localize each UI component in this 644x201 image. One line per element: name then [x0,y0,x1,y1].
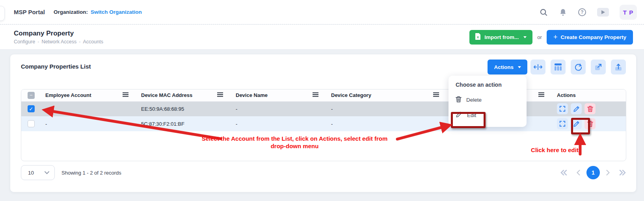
msp-portal-page: MSP Portal Organization: Switch Organiza… [0,0,644,201]
menu-item-delete[interactable]: Delete [456,95,519,105]
pager: 1 [560,166,626,179]
breadcrumb: Configure-Network Access-Accounts [14,39,103,45]
top-bar: MSP Portal Organization: Switch Organiza… [0,0,644,24]
prev-page-icon[interactable] [577,170,580,175]
sidebar-toggle[interactable] [0,6,5,21]
showing-records-text: Showing 1 - 2 of 2 records [61,170,121,176]
edit-pencil-icon[interactable] [571,103,582,114]
video-tutorial-icon[interactable] [597,8,609,17]
expand-icon[interactable] [557,103,568,114]
table-row[interactable]: ✓ - EE:50:9A:68:68:95 - - [21,101,626,116]
breadcrumb-item[interactable]: Accounts [83,39,103,45]
column-menu-icon[interactable] [433,92,439,98]
card-title: Company Properties List [21,63,91,70]
actions-dropdown-button[interactable]: Actions [488,60,527,74]
export-icon[interactable] [611,60,626,74]
import-from-button[interactable]: x Import from... [469,30,532,45]
table-row[interactable]: - 5C:87:30:F2:01:BF - - [21,116,626,131]
plus-icon: + [553,34,558,41]
chevron-down-icon [523,36,527,38]
cell-device-category: - [325,116,445,131]
column-menu-icon[interactable] [313,92,318,98]
next-page-icon[interactable] [606,170,610,175]
table-header-row: − Employee Account Device MAC Address De… [21,89,626,101]
pagination-bar: 10 Showing 1 - 2 of 2 records 1 [21,165,626,180]
or-label: or [537,34,542,40]
dropdown-title: Choose an action [456,82,519,88]
notifications-bell-icon[interactable] [558,8,567,17]
last-page-icon[interactable] [619,170,626,175]
column-header-device-category: Device Category [331,92,371,98]
create-company-property-button[interactable]: + Create Company Property [547,30,633,45]
svg-text:x: x [477,35,479,39]
help-icon[interactable]: ? [578,8,586,17]
page-header: Company Property Configure-Network Acces… [0,25,644,50]
page-title: Company Property [14,30,103,37]
cell-device-mac: 5C:87:30:F2:01:BF [135,116,229,131]
row-checkbox[interactable]: ✓ [28,105,35,112]
expand-icon[interactable] [557,118,568,129]
delete-trash-icon[interactable] [584,118,596,129]
cell-device-name: - [229,116,325,131]
search-icon[interactable] [539,8,548,17]
actions-dropdown-menu: Choose an action Delete Edit [449,76,527,127]
breadcrumb-item[interactable]: Network Access [41,39,76,45]
top-icon-group: ? T P [539,0,637,24]
column-header-device-name: Device Name [236,92,268,98]
cell-device-name: - [229,101,325,116]
check-icon: ✓ [29,106,34,112]
company-properties-card: Company Properties List Actions [10,54,637,192]
column-header-employee-account: Employee Account [45,92,91,98]
fullscreen-icon[interactable] [591,60,606,74]
brand-title: MSP Portal [14,9,45,15]
company-properties-table: − Employee Account Device MAC Address De… [21,89,626,161]
column-header-actions: Actions [557,92,576,98]
column-menu-icon[interactable] [538,92,544,98]
minus-icon: − [30,92,33,98]
edit-pencil-icon[interactable] [571,118,582,129]
menu-item-edit[interactable]: Edit [456,110,519,120]
chevron-down-icon [45,171,49,174]
card-toolbar: Actions [488,60,626,74]
page-size-select[interactable]: 10 [21,165,55,180]
first-page-icon[interactable] [560,170,567,175]
cell-employee-account: - [39,116,135,131]
trash-icon [456,96,462,104]
column-menu-icon[interactable] [217,92,223,98]
column-header-device-mac: Device MAC Address [141,92,192,98]
breadcrumb-item[interactable]: Configure [14,39,35,45]
fit-columns-icon[interactable] [530,60,545,74]
pencil-icon [456,111,462,119]
breadcrumb-separator: - [79,39,80,45]
chevron-down-icon [518,66,521,68]
cell-employee-account: - [39,101,135,116]
columns-icon[interactable] [551,60,566,74]
excel-file-icon: x [475,33,481,41]
page-number-button[interactable]: 1 [586,166,600,179]
refresh-icon[interactable] [571,60,586,74]
organization-label: Organization: [54,9,88,15]
delete-trash-icon[interactable] [584,103,596,114]
switch-organization-link[interactable]: Switch Organization [91,9,142,15]
user-avatar[interactable]: T P [620,5,637,20]
breadcrumb-separator: - [37,39,39,45]
cell-device-category: - [325,101,445,116]
select-all-checkbox[interactable]: − [28,92,35,99]
cell-device-mac: EE:50:9A:68:68:95 [135,101,229,116]
column-menu-icon[interactable] [123,92,128,98]
row-checkbox[interactable] [28,120,35,127]
